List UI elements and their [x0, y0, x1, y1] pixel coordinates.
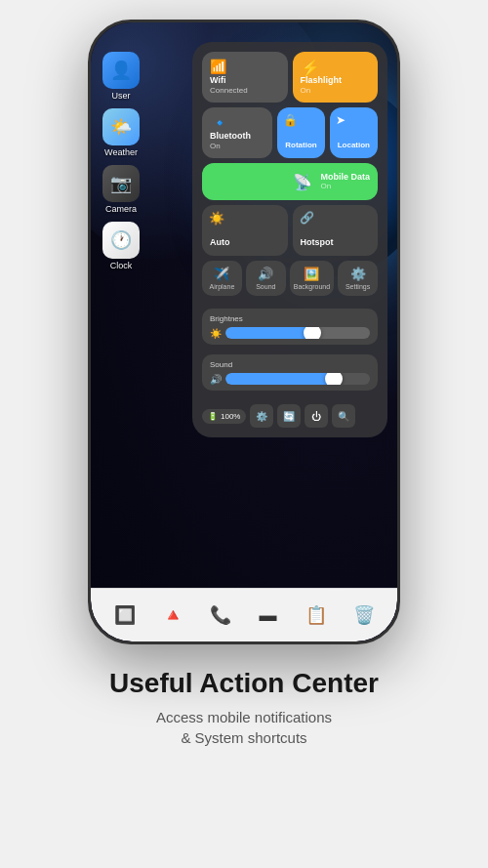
clock-icon: 🕐 — [102, 222, 140, 259]
flashlight-tile-2[interactable]: ⚡ Flashlight On — [293, 52, 379, 103]
battery-label: 100% — [221, 412, 240, 421]
app-clock[interactable]: 🕐 Clock — [102, 222, 140, 270]
sound-thumb[interactable] — [325, 373, 343, 385]
cc-bottom-row: ✈️ Airplane 🔊 Sound 🖼️ Background ⚙️ — [202, 261, 378, 296]
bluetooth-tile-2[interactable]: 🔹 Bluetooth On — [202, 107, 272, 158]
mobile-data-tile[interactable]: 📡 Mobile Data On — [202, 163, 378, 200]
user-label: User — [111, 91, 130, 101]
mobile-text: Mobile Data On — [320, 173, 370, 191]
airplane-icon: ✈️ — [214, 267, 229, 281]
camera-icon: 📷 — [102, 165, 140, 202]
battery-indicator: 🔋 100% — [202, 409, 246, 424]
text-section: Useful Action Center Access mobile notif… — [90, 668, 398, 748]
phone-screen: 👤 User 🌤️ Weather 📷 Camera 🕐 Clock — [91, 22, 397, 641]
wifi-icon-2: 📶 — [210, 59, 226, 74]
user-icon: 👤 — [102, 52, 140, 89]
brightness-icon: ☀️ — [210, 328, 222, 339]
cc-inner: 📶 Wifi Connected ⚡ Flashlight On — [202, 52, 378, 428]
camera-label: Camera — [105, 204, 137, 214]
airplane-tile[interactable]: ✈️ Airplane — [202, 261, 242, 296]
rotate-status-icon[interactable]: 🔄 — [277, 404, 301, 428]
dock-messages[interactable]: ▬ — [251, 598, 286, 633]
settings-icon: ⚙️ — [350, 267, 366, 281]
settings-status-icon[interactable]: ⚙️ — [250, 404, 273, 428]
cc-row2b: 🔹 Bluetooth On 🔒 Rotation ➤ Locatio — [202, 107, 378, 158]
sound-slider-label: Sound — [210, 360, 370, 369]
cc-row1: 📶 Wifi Connected ⚡ Flashlight On — [202, 52, 378, 103]
battery-icon: 🔋 — [208, 412, 218, 421]
wifi-tile-2[interactable]: 📶 Wifi Connected — [202, 52, 288, 103]
auto-tile[interactable]: ☀️ Auto — [202, 205, 288, 256]
hotspot-tile[interactable]: 🔗 Hotspot — [293, 205, 379, 256]
brightness-section: Brightnes ☀️ — [202, 309, 378, 345]
weather-label: Weather — [104, 147, 138, 157]
dock-phone[interactable]: 📞 — [203, 598, 238, 633]
clock-label: Clock — [110, 261, 133, 270]
cc-row4: ☀️ Auto 🔗 Hotspot — [202, 205, 378, 256]
dock-apps[interactable]: 📋 — [299, 598, 334, 633]
sound-fill — [225, 373, 334, 385]
phone-frame: 👤 User 🌤️ Weather 📷 Camera 🕐 Clock — [88, 20, 400, 644]
brightness-slider-row: ☀️ — [210, 327, 370, 339]
brightness-thumb[interactable] — [304, 327, 321, 339]
rotation-icon: 🔒 — [283, 113, 298, 127]
app-camera[interactable]: 📷 Camera — [102, 165, 140, 214]
cc-status-bar: 🔋 100% ⚙️ 🔄 ⏻ 🔍 — [202, 404, 378, 428]
rotation-location: 🔒 Rotation ➤ Location — [277, 107, 378, 158]
hotspot-icon: 🔗 — [300, 211, 314, 225]
background-tile[interactable]: 🖼️ Background — [290, 261, 334, 296]
control-center: .cc-main-grid { display: grid; grid-temp… — [192, 42, 387, 437]
dock-trash[interactable]: 🗑️ — [346, 598, 382, 633]
sound-tile[interactable]: 🔊 Sound — [246, 261, 286, 296]
bluetooth-icon-2: 🔹 — [211, 114, 229, 132]
app-weather[interactable]: 🌤️ Weather — [102, 108, 140, 157]
app-user[interactable]: 👤 User — [102, 52, 140, 101]
sound-icon: 🔊 — [258, 267, 273, 281]
page-title: Useful Action Center — [109, 668, 379, 699]
brightness-fill — [225, 327, 312, 339]
sound-vol-icon: 🔊 — [210, 374, 222, 385]
brightness-label: Brightnes — [210, 314, 370, 323]
background-icon: 🖼️ — [304, 267, 319, 281]
rotation-tile[interactable]: 🔒 Rotation — [277, 107, 324, 158]
brightness-slider[interactable] — [225, 327, 370, 339]
settings-tile[interactable]: ⚙️ Settings — [338, 261, 378, 296]
phone-mockup: 👤 User 🌤️ Weather 📷 Camera 🕐 Clock — [88, 20, 400, 644]
search-status-icon[interactable]: 🔍 — [332, 404, 355, 428]
sidebar-apps: 👤 User 🌤️ Weather 📷 Camera 🕐 Clock — [102, 52, 140, 270]
phone-dock: 🔲 🔺 📞 ▬ 📋 🗑️ — [91, 588, 397, 641]
sound-section: Sound 🔊 — [202, 354, 378, 391]
weather-icon: 🌤️ — [102, 108, 140, 145]
location-icon: ➤ — [336, 113, 346, 127]
flashlight-icon-2: ⚡ — [301, 59, 320, 77]
auto-icon: ☀️ — [209, 211, 224, 226]
dock-alert[interactable]: 🔺 — [155, 598, 190, 633]
sound-slider[interactable] — [225, 373, 370, 385]
page-subtitle: Access mobile notifications& System shor… — [109, 707, 379, 748]
dock-finder[interactable]: 🔲 — [107, 598, 142, 633]
location-tile[interactable]: ➤ Location — [330, 107, 378, 158]
sound-slider-row: 🔊 — [210, 373, 370, 385]
mobile-icon: 📡 — [293, 173, 312, 191]
power-status-icon[interactable]: ⏻ — [305, 404, 328, 428]
